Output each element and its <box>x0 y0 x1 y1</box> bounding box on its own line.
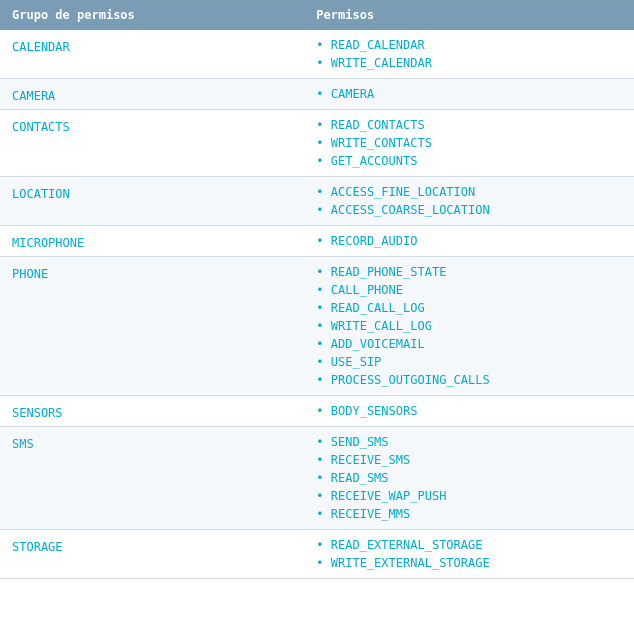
col-permissions-header: Permisos <box>304 0 634 30</box>
group-cell: MICROPHONE <box>0 226 304 257</box>
permission-item: READ_PHONE_STATE <box>316 263 622 281</box>
permissions-cell: READ_EXTERNAL_STORAGEWRITE_EXTERNAL_STOR… <box>304 530 634 579</box>
table-row: LOCATIONACCESS_FINE_LOCATIONACCESS_COARS… <box>0 177 634 226</box>
group-cell: LOCATION <box>0 177 304 226</box>
permissions-cell: BODY_SENSORS <box>304 396 634 427</box>
table-row: SMSSEND_SMSRECEIVE_SMSREAD_SMSRECEIVE_WA… <box>0 427 634 530</box>
group-cell: CONTACTS <box>0 110 304 177</box>
permission-item: READ_EXTERNAL_STORAGE <box>316 536 622 554</box>
permissions-cell: SEND_SMSRECEIVE_SMSREAD_SMSRECEIVE_WAP_P… <box>304 427 634 530</box>
permission-item: READ_CALL_LOG <box>316 299 622 317</box>
permissions-table: Grupo de permisos Permisos CALENDARREAD_… <box>0 0 634 579</box>
group-cell: SENSORS <box>0 396 304 427</box>
permission-item: WRITE_EXTERNAL_STORAGE <box>316 554 622 572</box>
permission-item: CALL_PHONE <box>316 281 622 299</box>
group-cell: SMS <box>0 427 304 530</box>
permissions-list: READ_PHONE_STATECALL_PHONEREAD_CALL_LOGW… <box>316 263 622 389</box>
permission-item: ACCESS_COARSE_LOCATION <box>316 201 622 219</box>
table-row: STORAGEREAD_EXTERNAL_STORAGEWRITE_EXTERN… <box>0 530 634 579</box>
permission-item: ADD_VOICEMAIL <box>316 335 622 353</box>
table-row: CALENDARREAD_CALENDARWRITE_CALENDAR <box>0 30 634 79</box>
table-row: CONTACTSREAD_CONTACTSWRITE_CONTACTSGET_A… <box>0 110 634 177</box>
permission-item: READ_CONTACTS <box>316 116 622 134</box>
permission-item: WRITE_CALENDAR <box>316 54 622 72</box>
permissions-cell: RECORD_AUDIO <box>304 226 634 257</box>
group-cell: PHONE <box>0 257 304 396</box>
group-cell: CALENDAR <box>0 30 304 79</box>
permissions-cell: ACCESS_FINE_LOCATIONACCESS_COARSE_LOCATI… <box>304 177 634 226</box>
permission-item: ACCESS_FINE_LOCATION <box>316 183 622 201</box>
permission-item: RECEIVE_MMS <box>316 505 622 523</box>
permissions-cell: READ_CONTACTSWRITE_CONTACTSGET_ACCOUNTS <box>304 110 634 177</box>
permission-item: BODY_SENSORS <box>316 402 622 420</box>
permissions-cell: READ_PHONE_STATECALL_PHONEREAD_CALL_LOGW… <box>304 257 634 396</box>
permissions-list: READ_CONTACTSWRITE_CONTACTSGET_ACCOUNTS <box>316 116 622 170</box>
permission-item: CAMERA <box>316 85 622 103</box>
permission-item: PROCESS_OUTGOING_CALLS <box>316 371 622 389</box>
permission-item: WRITE_CALL_LOG <box>316 317 622 335</box>
table-row: CAMERACAMERA <box>0 79 634 110</box>
table-row: SENSORSBODY_SENSORS <box>0 396 634 427</box>
permission-item: RECORD_AUDIO <box>316 232 622 250</box>
permissions-list: RECORD_AUDIO <box>316 232 622 250</box>
permission-item: WRITE_CONTACTS <box>316 134 622 152</box>
permissions-list: BODY_SENSORS <box>316 402 622 420</box>
permissions-list: SEND_SMSRECEIVE_SMSREAD_SMSRECEIVE_WAP_P… <box>316 433 622 523</box>
table-row: MICROPHONERECORD_AUDIO <box>0 226 634 257</box>
permission-item: USE_SIP <box>316 353 622 371</box>
permissions-list: ACCESS_FINE_LOCATIONACCESS_COARSE_LOCATI… <box>316 183 622 219</box>
permissions-list: READ_CALENDARWRITE_CALENDAR <box>316 36 622 72</box>
permission-item: RECEIVE_WAP_PUSH <box>316 487 622 505</box>
table-row: PHONEREAD_PHONE_STATECALL_PHONEREAD_CALL… <box>0 257 634 396</box>
group-cell: CAMERA <box>0 79 304 110</box>
permission-item: SEND_SMS <box>316 433 622 451</box>
col-group-header: Grupo de permisos <box>0 0 304 30</box>
permissions-cell: READ_CALENDARWRITE_CALENDAR <box>304 30 634 79</box>
permission-item: READ_SMS <box>316 469 622 487</box>
permission-item: GET_ACCOUNTS <box>316 152 622 170</box>
permission-item: RECEIVE_SMS <box>316 451 622 469</box>
permissions-list: READ_EXTERNAL_STORAGEWRITE_EXTERNAL_STOR… <box>316 536 622 572</box>
permissions-list: CAMERA <box>316 85 622 103</box>
permission-item: READ_CALENDAR <box>316 36 622 54</box>
permissions-cell: CAMERA <box>304 79 634 110</box>
group-cell: STORAGE <box>0 530 304 579</box>
